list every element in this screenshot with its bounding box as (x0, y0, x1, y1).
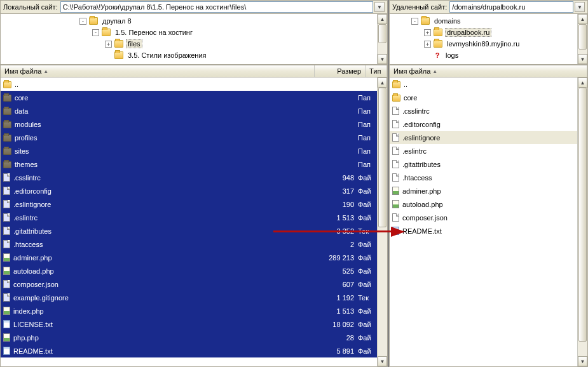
file-name: profiles (15, 134, 311, 142)
col-type[interactable]: Тип (366, 65, 387, 77)
scroll-down-icon[interactable]: ▼ (378, 356, 387, 366)
scroll-up-icon[interactable]: ▲ (578, 14, 587, 24)
col-name[interactable]: Имя файла▲ (1, 65, 315, 77)
php-icon (3, 267, 10, 275)
scrollbar-thumb[interactable] (578, 88, 587, 342)
toggle-blank (105, 52, 112, 59)
col-size[interactable]: Размер (315, 65, 366, 77)
folder-icon (434, 29, 442, 36)
tree-item[interactable]: ?logs (392, 50, 587, 61)
list-item[interactable]: modulesПап (1, 117, 377, 131)
remote-path-input[interactable] (449, 1, 573, 13)
file-type: Фай (358, 281, 377, 288)
list-item[interactable]: composer.json607Фай (1, 277, 377, 291)
list-item[interactable]: dataПап (1, 104, 377, 117)
list-item[interactable]: example.gitignore1 192Тек (1, 291, 377, 304)
scrollbar-thumb[interactable] (378, 24, 386, 43)
remote-list-scrollbar[interactable]: ▲ ▼ (577, 77, 587, 366)
expand-icon[interactable]: + (424, 29, 431, 36)
list-item[interactable]: .editorconfig317Фай (1, 184, 377, 197)
folder-icon (3, 108, 11, 115)
list-item[interactable]: composer.json (390, 211, 577, 224)
folder-icon (3, 81, 11, 88)
scrollbar-thumb[interactable] (578, 24, 587, 50)
tree-item[interactable]: +levmyshkin89.myjino.ru (392, 38, 587, 50)
list-item[interactable]: .editorconfig (390, 117, 577, 131)
file-size: 28 (311, 334, 358, 342)
scrollbar-thumb[interactable] (378, 88, 386, 227)
list-item[interactable]: .eslintignore (390, 131, 577, 144)
file-type: Пап (358, 161, 377, 168)
list-item[interactable]: autoload.php525Фай (1, 264, 377, 277)
list-item[interactable]: .eslintrc1 513Фай (1, 211, 377, 224)
file-name: themes (15, 161, 311, 168)
list-item[interactable]: .eslintrc (390, 144, 577, 157)
file-type: Пап (358, 94, 377, 102)
file-type: Пап (358, 147, 377, 155)
list-item[interactable]: autoload.php (390, 197, 577, 211)
file-name: php.php (13, 334, 311, 342)
folder-icon (421, 17, 430, 25)
tree-item[interactable]: -1.5. Перенос на хостинг (3, 27, 387, 38)
tree-item[interactable]: -друпал 8 (3, 15, 387, 27)
scroll-up-icon[interactable]: ▲ (378, 14, 387, 24)
local-path-input[interactable] (60, 1, 373, 13)
scroll-up-icon[interactable]: ▲ (378, 77, 387, 88)
list-item[interactable]: LICENSE.txt18 092Фай (1, 317, 377, 331)
file-name: composer.json (402, 214, 577, 222)
folder-icon (114, 51, 123, 59)
file-size: 948 (311, 174, 358, 182)
scroll-down-icon[interactable]: ▼ (578, 54, 587, 64)
tree-item[interactable]: +drupalbook.ru (392, 27, 587, 38)
file-size: 3 352 (311, 227, 358, 235)
folder-icon (89, 17, 98, 25)
list-item[interactable]: adminer.php289 213Фай (1, 251, 377, 264)
list-item[interactable]: .csslintrc (390, 104, 577, 117)
tree-item[interactable]: -domains (392, 15, 587, 27)
list-item[interactable]: profilesПап (1, 131, 377, 144)
file-name: README.txt (402, 227, 577, 235)
col-name[interactable]: Имя файла▲ (390, 65, 587, 77)
php-icon (3, 253, 10, 262)
local-list-scrollbar[interactable]: ▲ ▼ (377, 77, 387, 366)
tree-item[interactable]: 3.5. Стили изображения (3, 50, 387, 61)
remote-path-dropdown-icon[interactable]: ▼ (575, 2, 585, 12)
list-item[interactable]: adminer.php (390, 184, 577, 197)
list-item[interactable]: README.txt5 891Фай (1, 344, 377, 357)
list-item[interactable]: php.php28Фай (1, 331, 377, 344)
local-tree-scrollbar[interactable]: ▲ ▼ (377, 14, 387, 64)
list-item[interactable]: README.txt (390, 224, 577, 237)
expand-icon[interactable]: + (105, 41, 112, 48)
file-name: .. (15, 81, 311, 88)
list-item[interactable]: .. (390, 77, 577, 91)
list-item[interactable]: .csslintrc948Фай (1, 171, 377, 184)
local-path-dropdown-icon[interactable]: ▼ (374, 2, 385, 12)
list-item[interactable]: sitesПап (1, 144, 377, 157)
file-icon (3, 280, 10, 288)
list-item[interactable]: themesПап (1, 157, 377, 171)
txt-icon (3, 347, 10, 355)
list-item[interactable]: coreПап (1, 91, 377, 104)
file-name: core (404, 94, 577, 102)
collapse-icon[interactable]: - (411, 18, 418, 25)
list-item[interactable]: core (390, 91, 577, 104)
scroll-down-icon[interactable]: ▼ (578, 356, 587, 366)
file-icon (3, 293, 10, 302)
folder-icon (3, 135, 11, 142)
list-item[interactable]: .gitattributes3 352Тек (1, 224, 377, 237)
col-name-label: Имя файла (4, 67, 41, 75)
expand-icon[interactable]: + (424, 41, 431, 48)
list-item[interactable]: .. (1, 77, 377, 91)
list-item[interactable]: .htaccess (390, 171, 577, 184)
file-name: README.txt (13, 347, 311, 355)
scroll-up-icon[interactable]: ▲ (578, 77, 587, 88)
list-item[interactable]: .eslintignore190Фай (1, 197, 377, 211)
collapse-icon[interactable]: - (92, 29, 99, 36)
tree-item[interactable]: +files (3, 38, 387, 50)
list-item[interactable]: .gitattributes (390, 157, 577, 171)
collapse-icon[interactable]: - (79, 18, 86, 25)
scroll-down-icon[interactable]: ▼ (378, 54, 387, 64)
list-item[interactable]: .htaccess2Фай (1, 237, 377, 251)
remote-tree-scrollbar[interactable]: ▲ ▼ (577, 14, 587, 64)
list-item[interactable]: index.php1 513Фай (1, 304, 377, 317)
